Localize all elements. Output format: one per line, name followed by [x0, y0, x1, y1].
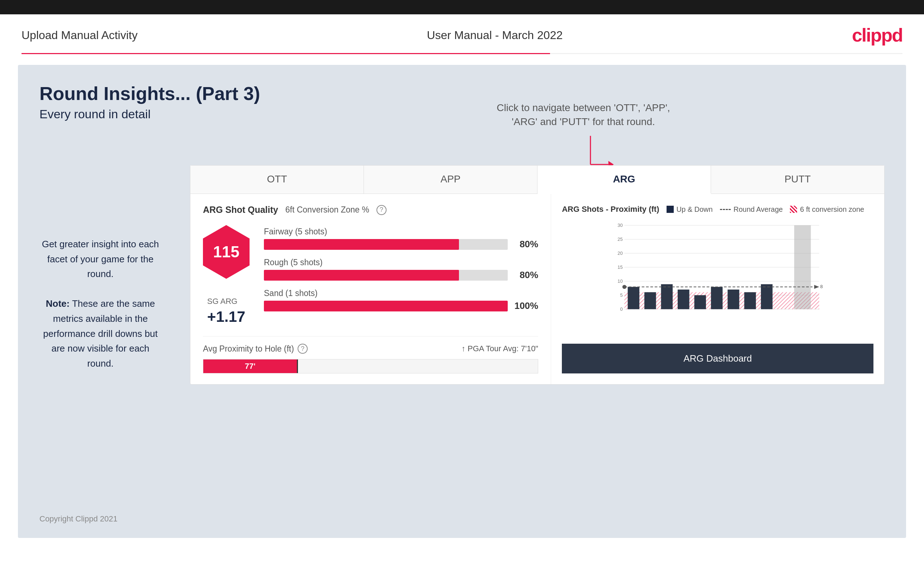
bar-label-fairway: Fairway (5 shots)	[264, 227, 538, 237]
bar-container-fairway: 80%	[264, 239, 538, 250]
hexagon-score: 115	[203, 225, 250, 279]
legend-up-down: Up & Down	[667, 205, 713, 214]
bar-3	[661, 284, 673, 309]
tab-arg[interactable]: ARG	[538, 166, 711, 194]
bar-tall	[794, 226, 811, 309]
tabs-row: OTT APP ARG PUTT	[191, 166, 884, 194]
chart-header: ARG Shots - Proximity (ft) Up & Down Rou…	[562, 205, 874, 214]
bar-percent-fairway: 80%	[513, 239, 538, 250]
tab-putt[interactable]: PUTT	[711, 166, 884, 193]
header: Upload Manual Activity User Manual - Mar…	[0, 15, 924, 53]
clippd-logo: clippd	[852, 24, 903, 46]
bar-row-fairway: Fairway (5 shots) 80%	[264, 227, 538, 250]
help-icon[interactable]: ?	[376, 205, 386, 215]
bar-2	[645, 292, 656, 309]
legend-round-avg-label: Round Average	[733, 205, 783, 214]
pga-avg: ↑ PGA Tour Avg: 7'10"	[462, 344, 538, 353]
page-subtitle: Every round in detail	[39, 107, 885, 121]
arg-dashboard-button[interactable]: ARG Dashboard	[562, 344, 874, 374]
bar-row-sand: Sand (1 shots) 100%	[264, 288, 538, 311]
bar-label-sand: Sand (1 shots)	[264, 288, 538, 298]
proximity-header: Avg Proximity to Hole (ft) ? ↑ PGA Tour …	[203, 344, 538, 354]
arg-chart: 0 5 10 15 20 25 30	[562, 219, 874, 313]
user-manual-label: User Manual - March 2022	[427, 29, 562, 42]
chart-area: 0 5 10 15 20 25 30	[562, 219, 874, 340]
bar-fill-sand	[264, 301, 508, 311]
bars-section: Fairway (5 shots) 80% Rough (5 shots)	[264, 227, 538, 319]
legend-hatched-icon	[790, 206, 797, 213]
bar-label-rough: Rough (5 shots)	[264, 258, 538, 268]
sg-section: SG ARG +1.17	[207, 297, 245, 326]
svg-text:5: 5	[620, 292, 623, 298]
bar-percent-sand: 100%	[513, 300, 538, 311]
proximity-bar-fill: 77'	[203, 359, 297, 373]
bar-percent-rough: 80%	[513, 269, 538, 280]
proximity-cursor	[297, 359, 298, 373]
legend-up-down-label: Up & Down	[677, 205, 713, 214]
tab-ott[interactable]: OTT	[191, 166, 364, 193]
legend-conversion-label: 6 ft conversion zone	[800, 205, 864, 214]
bar-fill-rough	[264, 270, 459, 280]
header-divider	[21, 53, 903, 54]
nav-annotation-text: Click to navigate between 'OTT', 'APP','…	[497, 102, 670, 127]
svg-text:30: 30	[617, 222, 622, 228]
bar-track-rough	[264, 270, 508, 280]
bar-row-rough: Rough (5 shots) 80%	[264, 258, 538, 280]
legend-dashed-icon	[720, 209, 731, 210]
tab-app[interactable]: APP	[364, 166, 538, 193]
description-text: Get greater insight into each facet of y…	[42, 239, 159, 279]
proximity-label-text: Avg Proximity to Hole (ft)	[203, 344, 294, 354]
note-label: Note:	[46, 298, 69, 309]
bar-4	[678, 290, 690, 309]
bar-1	[628, 287, 640, 309]
legend-box-icon	[667, 206, 674, 213]
main-content: Round Insights... (Part 3) Every round i…	[18, 65, 906, 538]
proximity-bar-container: 77'	[203, 359, 538, 374]
bar-container-sand: 100%	[264, 300, 538, 311]
zone-label: 6ft Conversion Zone %	[286, 205, 369, 215]
proximity-label: Avg Proximity to Hole (ft) ?	[203, 344, 308, 354]
page-title: Round Insights... (Part 3)	[39, 83, 885, 104]
sg-value: +1.17	[207, 308, 245, 326]
left-description: Get greater insight into each facet of y…	[39, 237, 162, 371]
proximity-section: Avg Proximity to Hole (ft) ? ↑ PGA Tour …	[203, 336, 538, 374]
bar-container-rough: 80%	[264, 269, 538, 280]
dashboard-panel: OTT APP ARG PUTT ARG Shot Quality 6ft Co…	[190, 165, 885, 385]
legend-round-avg: Round Average	[720, 205, 783, 214]
bar-track-fairway	[264, 239, 508, 250]
bar-track-sand	[264, 301, 508, 311]
chart-title: ARG Shots - Proximity (ft)	[562, 205, 659, 214]
proximity-help-icon[interactable]: ?	[297, 344, 308, 354]
shot-quality-header: ARG Shot Quality 6ft Conversion Zone % ?	[203, 205, 538, 215]
bar-7	[727, 290, 739, 309]
upload-manual-activity-label: Upload Manual Activity	[21, 29, 138, 42]
proximity-bar-label: 77'	[245, 362, 256, 371]
round-avg-value-label: 8	[821, 284, 823, 289]
svg-text:20: 20	[617, 250, 622, 256]
right-panel: ARG Shots - Proximity (ft) Up & Down Rou…	[551, 194, 884, 384]
panel-content: ARG Shot Quality 6ft Conversion Zone % ?…	[191, 194, 884, 384]
shot-quality-label: ARG Shot Quality	[203, 205, 278, 215]
top-bar	[0, 0, 924, 15]
round-avg-dot	[622, 285, 627, 289]
bar-9	[761, 284, 773, 309]
svg-text:25: 25	[617, 237, 622, 242]
svg-text:0: 0	[620, 306, 623, 312]
hex-value: 115	[213, 243, 239, 261]
bar-5	[695, 295, 706, 309]
svg-text:10: 10	[617, 279, 622, 284]
left-panel: ARG Shot Quality 6ft Conversion Zone % ?…	[191, 194, 551, 384]
legend-conversion-zone: 6 ft conversion zone	[790, 205, 864, 214]
round-avg-arrow	[814, 285, 819, 289]
bar-6	[711, 287, 723, 309]
bar-8	[745, 292, 756, 309]
sg-label: SG ARG	[207, 297, 245, 306]
bar-fill-fairway	[264, 239, 459, 250]
copyright: Copyright Clippd 2021	[39, 514, 118, 524]
svg-text:15: 15	[617, 264, 622, 270]
